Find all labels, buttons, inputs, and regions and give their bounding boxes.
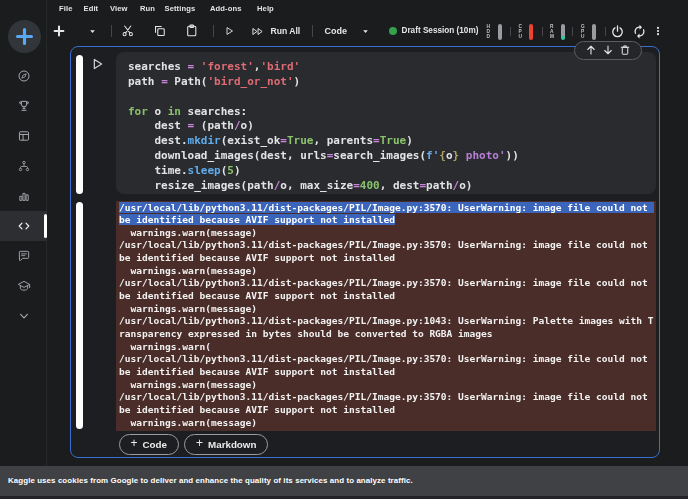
add-code-button[interactable]: + Code xyxy=(119,434,180,456)
cpu-monitor-gauge[interactable] xyxy=(529,24,533,40)
code-token-op: / xyxy=(234,119,241,132)
run-all-icon[interactable] xyxy=(250,17,264,45)
session-label[interactable]: Draft Session (10m) xyxy=(402,17,479,45)
arrow-up-icon xyxy=(585,44,597,56)
code-token-fstr: photo' xyxy=(459,149,505,162)
more-options-button[interactable] xyxy=(653,17,663,45)
output-line: warnings.warn(message) xyxy=(119,265,257,276)
menu-add-ons[interactable]: Add-ons xyxy=(210,1,242,16)
run-all-label[interactable]: Run All xyxy=(271,17,301,45)
notebook-editor: searches = 'forest','bird'path = Path('b… xyxy=(70,46,660,458)
code-token-op: = xyxy=(280,134,287,147)
output-line: /usr/local/lib/python3.11/dist-packages/… xyxy=(119,277,654,301)
cpu-monitor-label: CPU xyxy=(519,24,525,40)
sidebar-item-competitions[interactable] xyxy=(0,91,47,121)
toolbar-divider xyxy=(111,25,112,37)
code-line: searches = 'forest','bird' xyxy=(128,60,652,75)
output-line: /usr/local/lib/python3.11/dist-packages/… xyxy=(119,353,654,377)
cell-focus-bar xyxy=(76,55,83,194)
code-token-fg: path xyxy=(426,179,453,192)
cell-run-button[interactable] xyxy=(89,56,105,72)
plus-icon xyxy=(15,27,34,46)
cell-type-caret[interactable] xyxy=(359,17,371,45)
add-cell-button[interactable] xyxy=(52,17,65,45)
menu-file[interactable]: File xyxy=(59,1,72,16)
code-token-fg: searches xyxy=(128,60,188,73)
hdd-monitor-label: HDD xyxy=(487,24,493,40)
delete-cell-button[interactable] xyxy=(619,44,631,56)
code-icon xyxy=(17,219,31,233)
menu-view[interactable]: View xyxy=(110,1,128,16)
run-cell-button[interactable] xyxy=(223,17,235,45)
code-line: dest = (path/o) xyxy=(128,119,652,134)
output-line: warnings.warn(message) xyxy=(119,417,257,428)
code-token-num: 5 xyxy=(227,164,234,177)
plus-icon: + xyxy=(196,434,203,454)
cell-output[interactable]: /usr/local/lib/python3.11/dist-packages/… xyxy=(116,201,656,431)
code-editor[interactable]: searches = 'forest','bird'path = Path('b… xyxy=(128,60,652,193)
move-cell-down-button[interactable] xyxy=(602,44,614,56)
sidebar-item-datasets[interactable] xyxy=(0,121,47,151)
code-token-fg: ) xyxy=(294,75,301,88)
sidebar-item-more[interactable] xyxy=(0,301,47,331)
cell-type-select[interactable]: Code xyxy=(325,17,348,45)
code-token-fg: resize_images(path xyxy=(128,179,274,192)
cut-button[interactable] xyxy=(121,17,135,45)
menu-settings[interactable]: Settings xyxy=(165,1,196,16)
code-token-str: 'bird_or_not' xyxy=(208,75,294,88)
menu-help[interactable]: Help xyxy=(257,1,274,16)
code-token-fg: o xyxy=(446,149,453,162)
code-token-fg: , dest xyxy=(380,179,420,192)
code-token-fg: search_images( xyxy=(333,149,426,162)
toolbar-divider xyxy=(213,25,214,37)
code-cell[interactable]: searches = 'forest','bird'path = Path('b… xyxy=(116,52,656,194)
code-token-kw: for xyxy=(128,105,148,118)
code-line: resize_images(path/o, max_size=400, dest… xyxy=(128,179,652,194)
sidebar-item-explore[interactable] xyxy=(0,61,47,91)
code-line: dest.mkdir(exist_ok=True, parents=True) xyxy=(128,134,652,149)
compass-icon xyxy=(17,69,31,83)
gpu-monitor-label: GPU xyxy=(581,24,587,40)
cookie-banner-text: Kaggle uses cookies from Google to deliv… xyxy=(8,476,413,485)
gpu-monitor-gauge[interactable] xyxy=(592,24,596,40)
code-token-fg: o, max_size xyxy=(280,179,353,192)
sidebar-item-code[interactable] xyxy=(0,211,47,241)
code-token-fg: path xyxy=(128,75,161,88)
menu-edit[interactable]: Edit xyxy=(84,1,99,16)
copy-button[interactable] xyxy=(153,17,167,45)
sitemap-icon xyxy=(17,159,31,173)
output-line-selected: /usr/local/lib/python3.11/dist-packages/… xyxy=(119,202,654,226)
paste-button[interactable] xyxy=(185,17,199,45)
output-line: /usr/local/lib/python3.11/dist-packages/… xyxy=(119,239,654,263)
move-cell-up-button[interactable] xyxy=(585,44,597,56)
code-token-fg: )) xyxy=(506,149,519,162)
ram-monitor-gauge[interactable] xyxy=(561,24,565,40)
add-code-label: Code xyxy=(143,435,168,455)
code-token-fg: o) xyxy=(241,119,254,132)
arrow-down-icon xyxy=(602,44,614,56)
hdd-monitor-gauge[interactable] xyxy=(498,24,502,40)
code-token-fg: o xyxy=(148,105,168,118)
code-line xyxy=(128,90,652,105)
create-button[interactable] xyxy=(8,20,41,53)
output-line: /usr/local/lib/python3.11/dist-packages/… xyxy=(119,391,654,415)
sidebar-item-discussions[interactable] xyxy=(0,241,47,271)
code-token-fg: ) xyxy=(406,134,413,147)
cookie-banner: Kaggle uses cookies from Google to deliv… xyxy=(0,466,688,496)
add-markdown-button[interactable]: + Markdown xyxy=(184,434,268,456)
code-token-op: = xyxy=(353,179,360,192)
toolbar-divider xyxy=(605,27,606,36)
code-token-kw: True xyxy=(287,134,314,147)
comment-icon xyxy=(17,249,31,263)
sidebar-item-benchmarks[interactable] xyxy=(0,181,47,211)
code-token-kw: in xyxy=(168,105,181,118)
ram-monitor-label: RAM xyxy=(550,24,556,40)
table-icon xyxy=(17,129,31,143)
stderr-output[interactable]: /usr/local/lib/python3.11/dist-packages/… xyxy=(119,202,656,430)
menu-run[interactable]: Run xyxy=(140,1,155,16)
code-token-fg: time. xyxy=(128,164,188,177)
add-cell-caret[interactable] xyxy=(86,17,98,45)
sidebar-item-models[interactable] xyxy=(0,151,47,181)
sidebar-item-learn[interactable] xyxy=(0,271,47,301)
trophy-icon xyxy=(17,99,31,113)
